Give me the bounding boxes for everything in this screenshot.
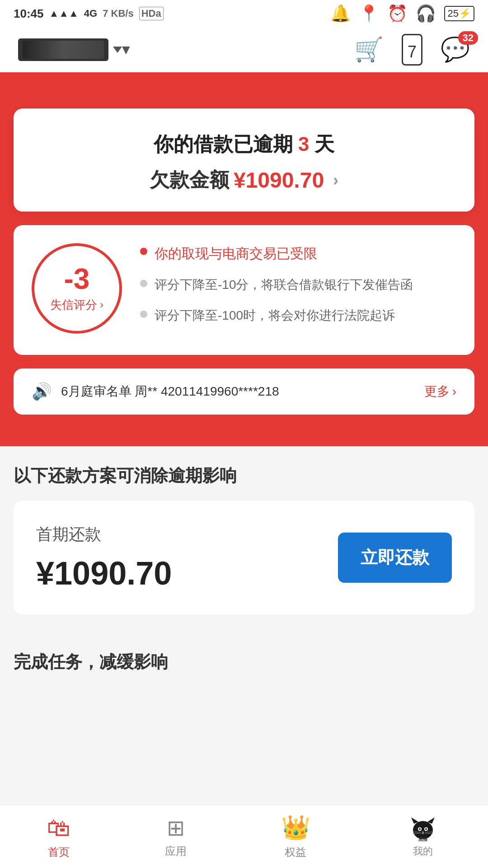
nav-item-benefits[interactable]: 👑 权益 [281,814,310,859]
warning-item-1: 你的取现与电商交易已受限 [140,243,456,264]
location-icon: 📍 [359,4,379,23]
apps-icon: ⊞ [167,815,185,840]
warning-text-2: 评分下降至-10分，将联合借款银行下发催告函 [155,275,413,294]
battery-indicator: 25⚡ [444,6,474,21]
nav-label-benefits: 权益 [285,845,306,859]
bell-icon: 🔔 [330,4,351,23]
court-more-button[interactable]: 更多 › [424,383,456,400]
headphone-icon: 🎧 [416,4,436,23]
nav-icons: 🛒 7 💬 32 [354,36,470,63]
calendar-button[interactable]: 7 [402,37,422,63]
svg-point-5 [419,828,421,830]
status-bar: 10:45 ▲▲▲ 4G 7 KB/s HDa 🔔 📍 ⏰ 🎧 25⚡ [0,0,488,27]
nav-label-apps: 应用 [165,844,187,859]
svg-text:黑猫: 黑猫 [418,837,428,842]
payment-section-title: 以下还款方案可消除逾期影响 [14,464,474,487]
credit-arrow-icon: › [100,298,103,311]
nav-bar: ▼ 🛒 7 💬 32 [0,27,488,72]
nav-logo-area[interactable]: ▼ [18,38,133,61]
warning-dot-1 [140,248,147,255]
nav-item-home[interactable]: 🛍 首页 [47,814,70,859]
warning-text-1: 你的取现与电商交易已受限 [155,243,317,264]
warning-text-3: 评分下降至-100时，将会对你进行法院起诉 [155,306,395,325]
warning-dot-3 [140,311,147,318]
status-right: 🔔 📍 ⏰ 🎧 25⚡ [330,4,474,23]
overdue-amount-row[interactable]: 欠款金额 ¥1090.70 › [36,167,452,193]
nav-label-mine: 我的 [413,844,433,858]
payment-label: 首期还款 [36,524,172,546]
svg-point-6 [425,828,427,830]
warning-dot-2 [140,280,147,287]
credit-section: -3 失信评分 › 你的取现与电商交易已受限 评分下降至-10分，将联合借款银行… [14,225,474,355]
overdue-title: 你的借款已逾期 3 天 [36,131,452,158]
status-speed: 7 KB/s [103,8,133,19]
credit-score-number: -3 [64,264,90,293]
cart-button[interactable]: 🛒 [354,36,384,63]
clock-icon: ⏰ [387,4,408,23]
amount-arrow-icon: › [333,171,338,190]
blackcat-icon: 黑猫 [405,816,441,843]
nav-item-mine[interactable]: 黑猫 我的 [405,816,441,858]
svg-point-0 [413,821,433,839]
status-time: 10:45 [14,7,44,21]
overdue-days: 3 [298,133,309,155]
nav-label-home: 首页 [48,845,70,859]
warning-item-3: 评分下降至-100时，将会对你进行法院起诉 [140,306,456,325]
more-arrow-icon: › [452,384,456,399]
calendar-icon: 7 [402,34,422,66]
court-notice-text: 6月庭审名单 周** 42011419960****218 [61,382,415,401]
task-section: 完成任务，减缓影响 [0,646,488,741]
message-badge: 32 [458,31,478,45]
message-button[interactable]: 💬 32 [441,36,470,63]
task-section-title: 完成任务，减缓影响 [14,651,474,674]
status-signal: ▲▲▲ [49,8,79,19]
svg-point-7 [422,831,424,833]
payment-amount-value: ¥1090.70 [36,555,172,592]
status-left: 10:45 ▲▲▲ 4G 7 KB/s HDa [14,7,164,21]
nav-item-apps[interactable]: ⊞ 应用 [165,815,187,859]
overdue-card: 你的借款已逾期 3 天 欠款金额 ¥1090.70 › [14,108,474,212]
payment-card: 首期还款 ¥1090.70 立即还款 [14,501,474,614]
speaker-icon: 🔊 [32,382,52,401]
home-icon: 🛍 [47,814,70,841]
pay-now-button[interactable]: 立即还款 [338,533,452,583]
status-hd: HDa [139,7,164,20]
payment-section: 以下还款方案可消除逾期影响 首期还款 ¥1090.70 立即还款 [0,446,488,646]
main-content: 你的借款已逾期 3 天 欠款金额 ¥1090.70 › -3 失信评分 › 你的… [0,108,488,446]
court-notice[interactable]: 🔊 6月庭审名单 周** 42011419960****218 更多 › [14,368,474,415]
status-network: 4G [84,8,97,19]
nav-logo[interactable] [18,38,108,61]
bottom-nav: 🛍 首页 ⊞ 应用 👑 权益 [0,805,488,868]
cart-icon: 🛒 [354,36,384,62]
credit-warnings: 你的取现与电商交易已受限 评分下降至-10分，将联合借款银行下发催告函 评分下降… [140,243,456,337]
amount-label: 欠款金额 [150,167,229,193]
warning-item-2: 评分下降至-10分，将联合借款银行下发催告函 [140,275,456,294]
credit-score-circle[interactable]: -3 失信评分 › [32,243,122,334]
benefits-icon: 👑 [281,814,310,841]
payment-info: 首期还款 ¥1090.70 [36,524,172,592]
overdue-amount-value: ¥1090.70 [234,168,324,193]
credit-score-label[interactable]: 失信评分 › [50,297,103,313]
